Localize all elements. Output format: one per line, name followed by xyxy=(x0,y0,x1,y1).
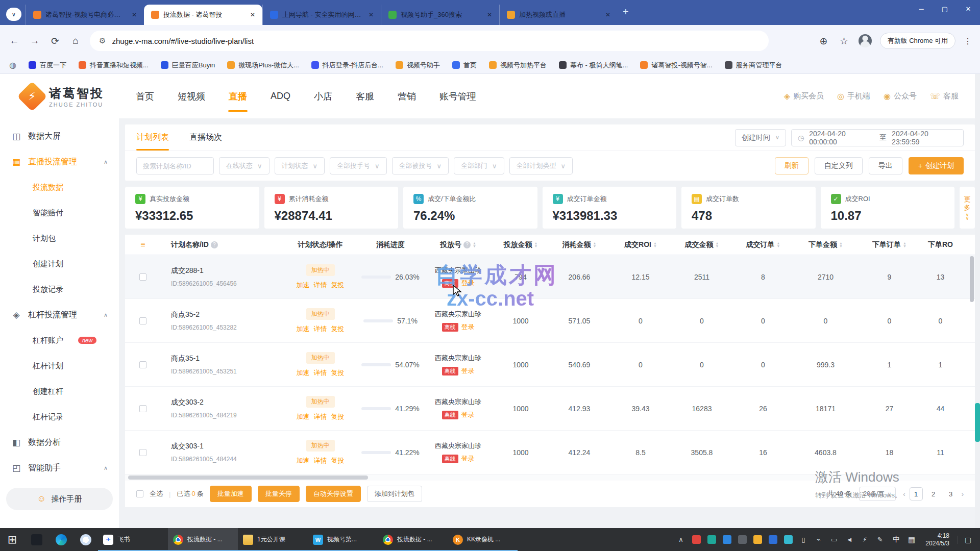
bookmark-item[interactable]: 抖音直播和短视频... xyxy=(79,61,149,70)
window-maximize-button[interactable]: ▢ xyxy=(933,0,957,17)
tab-close-icon[interactable]: ✕ xyxy=(603,11,612,18)
home-button[interactable]: ⌂ xyxy=(69,35,82,46)
new-tab-button[interactable]: + xyxy=(623,6,629,18)
browser-360-icon[interactable] xyxy=(74,528,98,551)
sort-icon[interactable]: ▲▼ xyxy=(593,242,597,248)
sidebar-item[interactable]: 计划包 xyxy=(0,226,119,251)
filter-dropdown[interactable]: 在线状态 ∨ xyxy=(219,157,270,174)
plan-name[interactable]: 成交288-1 xyxy=(171,266,204,276)
filter-dropdown[interactable]: 全部部门 ∨ xyxy=(454,157,504,174)
sort-icon[interactable]: ▲▼ xyxy=(839,242,843,248)
horizontal-scrollbar[interactable] xyxy=(125,474,975,481)
tray-bluetooth-icon[interactable]: ⌁ xyxy=(812,533,825,546)
column-header[interactable]: 消耗金额 ▲▼ xyxy=(549,240,610,249)
header-link[interactable]: 客服 xyxy=(930,91,959,101)
sidebar-item[interactable]: 杠杆投流管理 ∧ xyxy=(0,302,119,328)
tray-phone-icon[interactable]: ▯ xyxy=(797,533,810,546)
tray-pen-icon[interactable]: ✎ xyxy=(873,533,887,546)
content-tab[interactable]: 计划列表 xyxy=(136,124,169,151)
bookmark-item[interactable]: 首页 xyxy=(452,61,477,70)
tab-close-icon[interactable]: ✕ xyxy=(485,11,494,18)
nav-item[interactable]: 客服 xyxy=(356,74,374,118)
browser-tab[interactable]: 加热视频或直播 ✕ xyxy=(499,5,618,25)
chrome-update-chip[interactable]: 有新版 Chrome 可用 xyxy=(880,33,955,49)
detail-link[interactable]: 详情 xyxy=(314,281,327,290)
browser-tab[interactable]: 诸葛智投-视频号电商必备工具 ✕ xyxy=(26,5,144,25)
window-minimize-button[interactable]: ─ xyxy=(910,0,933,17)
bookmark-item[interactable]: 幕布 - 极简大纲笔... xyxy=(559,61,628,70)
bookmark-item[interactable]: 微现场Plus-微信大... xyxy=(227,61,299,70)
detail-link[interactable]: 详情 xyxy=(314,368,327,378)
tray-usb-icon[interactable]: ⚡ xyxy=(858,533,871,546)
sidebar-item[interactable]: 创建计划 xyxy=(0,251,119,277)
reinvest-link[interactable]: 复投 xyxy=(331,412,345,421)
login-link[interactable]: 登录 xyxy=(461,322,475,332)
row-checkbox[interactable] xyxy=(139,317,146,324)
tray-battery-icon[interactable]: ▭ xyxy=(827,533,841,546)
browser-tab[interactable]: 视频号助手_360搜索 ✕ xyxy=(381,5,499,25)
header-link[interactable]: 公众号 xyxy=(884,91,917,101)
search-input[interactable] xyxy=(136,157,214,174)
column-header[interactable]: 投放号 ? ▲▼ xyxy=(424,240,493,249)
sidebar-item[interactable]: 数据分析 xyxy=(0,430,119,455)
header-link[interactable]: 购买会员 xyxy=(784,91,824,101)
filter-dropdown[interactable]: 全部被投号 ∨ xyxy=(392,157,449,174)
window-close-button[interactable]: ✕ xyxy=(957,0,980,17)
refresh-button[interactable]: 刷新 xyxy=(775,157,808,174)
accelerate-link[interactable]: 加速 xyxy=(297,412,310,421)
add-to-package-button[interactable]: 添加到计划包 xyxy=(367,486,422,502)
plan-name[interactable]: 商点35-2 xyxy=(171,310,200,319)
bookmark-item[interactable]: 巨量百应Buyin xyxy=(161,61,215,70)
vertical-scrollbar[interactable] xyxy=(970,256,974,481)
sidebar-item[interactable]: 直播投流管理 ∧ xyxy=(0,149,119,174)
taskbar-clock[interactable]: 4:18 2024/5/3 xyxy=(919,532,955,547)
filter-dropdown[interactable]: 计划状态 ∨ xyxy=(275,157,325,174)
table-row[interactable]: 成交303-2 ID:5896261005_484219 加热中 加速 详情 复… xyxy=(125,387,975,431)
ime-indicator[interactable]: 中 xyxy=(889,535,904,544)
reload-button[interactable]: ⟳ xyxy=(49,35,61,47)
taskbar-window-button[interactable]: KK录像机 ... xyxy=(448,528,518,551)
tab-search-button[interactable]: ∨ xyxy=(6,8,21,21)
chevron-up-icon[interactable]: ∧ xyxy=(104,312,108,318)
forward-button[interactable]: → xyxy=(29,35,41,46)
select-all-label[interactable]: 全选 xyxy=(150,489,163,498)
site-settings-icon[interactable]: ⚙ xyxy=(99,36,106,45)
profile-avatar[interactable] xyxy=(859,34,872,47)
sort-icon[interactable]: ▲▼ xyxy=(534,242,538,248)
nav-item[interactable]: 账号管理 xyxy=(439,74,476,118)
start-icon[interactable] xyxy=(0,528,24,551)
sidebar-item[interactable]: 智能赔付 xyxy=(0,200,119,226)
taskbar-window-button[interactable]: 投流数据 - ... xyxy=(378,528,448,551)
page-number[interactable]: 2 xyxy=(927,487,940,500)
page-scroll-thumb[interactable] xyxy=(975,403,980,442)
pager-next-icon[interactable]: › xyxy=(962,490,964,498)
address-bar[interactable]: ⚙ zhuge.v-ma.com/#/live-studio/live-plan… xyxy=(90,31,769,51)
bookmark-item[interactable]: 抖店登录-抖店后台... xyxy=(311,61,383,70)
login-link[interactable]: 登录 xyxy=(461,410,475,419)
manual-button[interactable]: ☺ 操作手册 xyxy=(6,488,113,510)
taskbar-window-button[interactable]: 飞书 xyxy=(98,528,168,551)
accelerate-link[interactable]: 加速 xyxy=(297,456,310,465)
sidebar-item[interactable]: 数据大屏 xyxy=(0,123,119,149)
notification-center-button[interactable]: ▢ xyxy=(958,536,978,544)
tray-app-teal-icon[interactable] xyxy=(705,533,718,546)
bulk-accelerate-button[interactable]: 批量加速 xyxy=(210,486,252,502)
plan-name[interactable]: 成交303-2 xyxy=(171,398,204,407)
info-icon[interactable]: ? xyxy=(211,241,218,248)
menu-kebab-icon[interactable]: ⋮ xyxy=(964,36,972,46)
row-checkbox[interactable] xyxy=(139,361,146,368)
column-header[interactable]: 成交金额 ▲▼ xyxy=(671,240,732,249)
chevron-up-icon[interactable]: ∧ xyxy=(104,159,108,165)
app-dark-icon[interactable] xyxy=(24,528,49,551)
browser-tab[interactable]: 上网导航 - 安全实用的网址导航 ✕ xyxy=(262,5,381,25)
filter-dropdown[interactable]: 全部计划类型 ∨ xyxy=(509,157,573,174)
bookmark-item[interactable]: 服务商管理平台 xyxy=(725,61,782,70)
accelerate-link[interactable]: 加速 xyxy=(297,281,310,290)
column-header[interactable]: 下单订单 ▲▼ xyxy=(857,240,921,249)
bookmark-item[interactable]: 百度一下 xyxy=(29,61,66,70)
nav-item[interactable]: 小店 xyxy=(314,74,332,118)
accelerate-link[interactable]: 加速 xyxy=(297,368,310,378)
tray-volume-icon[interactable]: ◄ xyxy=(843,533,856,546)
chevron-up-icon[interactable]: ∧ xyxy=(104,465,108,471)
login-link[interactable]: 登录 xyxy=(461,366,475,375)
